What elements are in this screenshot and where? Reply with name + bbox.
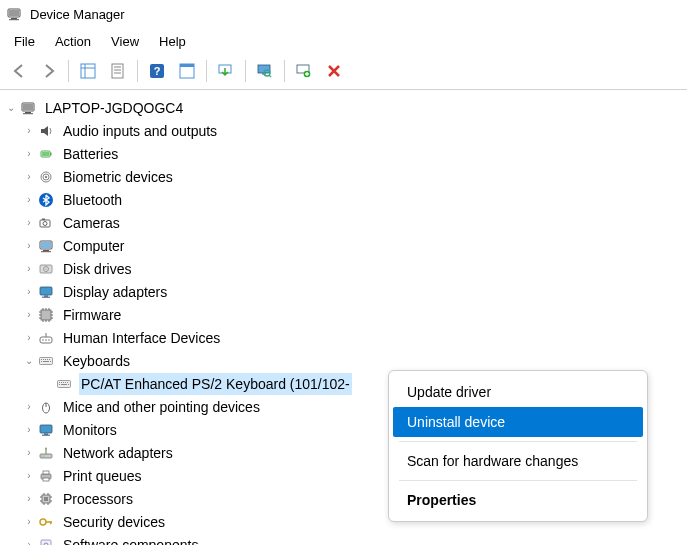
tree-node-cameras[interactable]: › Cameras [4, 211, 687, 234]
context-menu: Update driver Uninstall device Scan for … [388, 370, 648, 522]
tree-node-biometric[interactable]: › Biometric devices [4, 165, 687, 188]
tree-root-label: LAPTOP-JGDQOGC4 [43, 97, 185, 119]
processor-icon [37, 490, 55, 508]
bluetooth-icon [37, 191, 55, 209]
window-title: Device Manager [30, 7, 125, 22]
ctx-update-driver[interactable]: Update driver [393, 377, 643, 407]
expander-none [40, 377, 54, 391]
toolbar-back[interactable] [4, 58, 34, 84]
tree-node-label: Security devices [61, 511, 167, 533]
tree-node-label: Monitors [61, 419, 119, 441]
toolbar-separator [284, 60, 285, 82]
tree-node-label: Keyboards [61, 350, 132, 372]
toolbar-update-driver[interactable] [211, 58, 241, 84]
tree-node-label: Bluetooth [61, 189, 124, 211]
expander-closed-icon[interactable]: › [22, 170, 36, 184]
expander-closed-icon[interactable]: › [22, 193, 36, 207]
tree-node-label: Processors [61, 488, 135, 510]
tree-node-label: Software components [61, 534, 200, 546]
expander-open-icon[interactable]: ⌄ [22, 354, 36, 368]
tree-node-label: Cameras [61, 212, 122, 234]
keyboard-icon [37, 352, 55, 370]
tree-node-label: Human Interface Devices [61, 327, 222, 349]
tree-root[interactable]: ⌄ LAPTOP-JGDQOGC4 [4, 96, 687, 119]
disk-icon [37, 260, 55, 278]
hid-icon [37, 329, 55, 347]
ctx-properties[interactable]: Properties [393, 485, 643, 515]
expander-closed-icon[interactable]: › [22, 308, 36, 322]
expander-closed-icon[interactable]: › [22, 469, 36, 483]
expander-closed-icon[interactable]: › [22, 285, 36, 299]
mouse-icon [37, 398, 55, 416]
tree-node-keyboards[interactable]: ⌄ Keyboards [4, 349, 687, 372]
toolbar-properties[interactable] [103, 58, 133, 84]
keyboard-icon [55, 375, 73, 393]
tree-node-audio[interactable]: › Audio inputs and outputs [4, 119, 687, 142]
display-icon [37, 283, 55, 301]
toolbar-forward[interactable] [34, 58, 64, 84]
tree-node-label: Batteries [61, 143, 120, 165]
key-icon [37, 513, 55, 531]
menubar: File Action View Help [0, 28, 687, 55]
expander-closed-icon[interactable]: › [22, 239, 36, 253]
toolbar-separator [68, 60, 69, 82]
menu-file[interactable]: File [4, 31, 45, 52]
software-icon [37, 536, 55, 546]
tree-node-disk[interactable]: › Disk drives [4, 257, 687, 280]
expander-closed-icon[interactable]: › [22, 262, 36, 276]
fingerprint-icon [37, 168, 55, 186]
tree-node-label: Network adapters [61, 442, 175, 464]
toolbar-help[interactable] [142, 58, 172, 84]
expander-closed-icon[interactable]: › [22, 492, 36, 506]
toolbar-show-hidden[interactable] [73, 58, 103, 84]
ctx-uninstall-device[interactable]: Uninstall device [393, 407, 643, 437]
toolbar-uninstall-device[interactable] [319, 58, 349, 84]
tree-node-label: Computer [61, 235, 126, 257]
firmware-icon [37, 306, 55, 324]
toolbar-separator [137, 60, 138, 82]
menu-separator [399, 480, 637, 481]
ctx-scan-hardware[interactable]: Scan for hardware changes [393, 446, 643, 476]
toolbar-separator [206, 60, 207, 82]
tree-node-software[interactable]: › Software components [4, 533, 687, 545]
network-icon [37, 444, 55, 462]
expander-closed-icon[interactable]: › [22, 423, 36, 437]
battery-icon [37, 145, 55, 163]
expander-closed-icon[interactable]: › [22, 400, 36, 414]
tree-node-batteries[interactable]: › Batteries [4, 142, 687, 165]
computer-icon [19, 99, 37, 117]
toolbar-scan-hardware[interactable] [250, 58, 280, 84]
computer-icon [37, 237, 55, 255]
menu-view[interactable]: View [101, 31, 149, 52]
tree-node-label: Disk drives [61, 258, 133, 280]
expander-closed-icon[interactable]: › [22, 538, 36, 546]
tree-node-bluetooth[interactable]: › Bluetooth [4, 188, 687, 211]
tree-node-hid[interactable]: › Human Interface Devices [4, 326, 687, 349]
display-icon [37, 421, 55, 439]
audio-icon [37, 122, 55, 140]
tree-node-label: Print queues [61, 465, 144, 487]
expander-open-icon[interactable]: ⌄ [4, 101, 18, 115]
menu-action[interactable]: Action [45, 31, 101, 52]
tree-node-firmware[interactable]: › Firmware [4, 303, 687, 326]
expander-closed-icon[interactable]: › [22, 331, 36, 345]
toolbar [0, 55, 687, 90]
toolbar-action-2[interactable] [172, 58, 202, 84]
expander-closed-icon[interactable]: › [22, 147, 36, 161]
expander-closed-icon[interactable]: › [22, 216, 36, 230]
expander-closed-icon[interactable]: › [22, 446, 36, 460]
expander-closed-icon[interactable]: › [22, 124, 36, 138]
tree-node-display[interactable]: › Display adapters [4, 280, 687, 303]
expander-closed-icon[interactable]: › [22, 515, 36, 529]
camera-icon [37, 214, 55, 232]
tree-node-label: Firmware [61, 304, 123, 326]
tree-node-computer[interactable]: › Computer [4, 234, 687, 257]
window-titlebar: Device Manager [0, 0, 687, 28]
toolbar-separator [245, 60, 246, 82]
menu-separator [399, 441, 637, 442]
tree-node-label: PC/AT Enhanced PS/2 Keyboard (101/102- [79, 373, 352, 395]
tree-node-label: Audio inputs and outputs [61, 120, 219, 142]
printer-icon [37, 467, 55, 485]
menu-help[interactable]: Help [149, 31, 196, 52]
toolbar-enable-device[interactable] [289, 58, 319, 84]
